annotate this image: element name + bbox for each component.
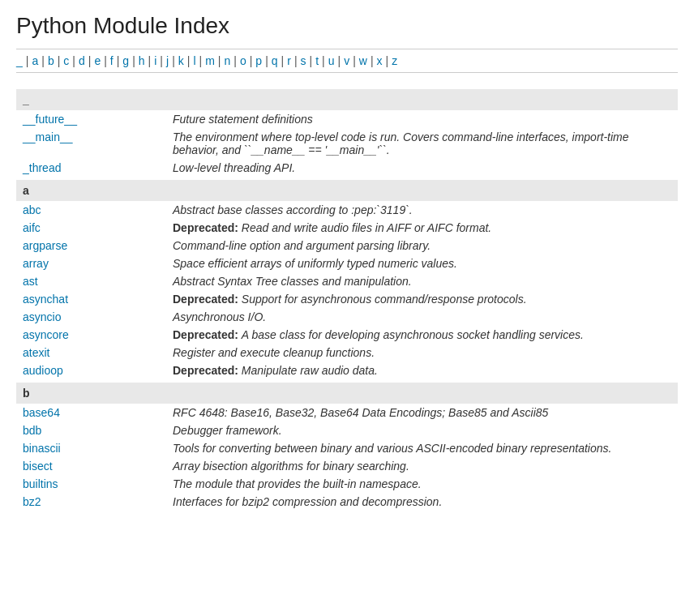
alphabet-link-s[interactable]: s [301,54,306,67]
module-desc-asyncore: Deprecated: A base class for developing … [166,326,678,344]
section-header-_: _ [16,89,678,110]
module-link-asynchat[interactable]: asynchat [23,293,68,306]
module-desc-asynchat: Deprecated: Support for asynchronous com… [166,290,678,308]
alphabet-link-c[interactable]: c [63,54,69,67]
module-link-argparse[interactable]: argparse [23,239,67,252]
alphabet-link-k[interactable]: k [178,54,184,67]
table-row: aifcDeprecated: Read and write audio fil… [16,219,678,237]
alphabet-link-o[interactable]: o [240,54,246,67]
module-desc-bdb: Debugger framework. [166,421,678,439]
alphabet-link-h[interactable]: h [139,54,145,67]
table-row: bz2Interfaces for bzip2 compression and … [16,493,678,511]
alphabet-link-a[interactable]: a [32,54,38,67]
module-link-builtins[interactable]: builtins [23,477,58,490]
table-row: asyncoreDeprecated: A base class for dev… [16,326,678,344]
alphabet-link-m[interactable]: m [205,54,215,67]
module-desc-aifc: Deprecated: Read and write audio files i… [166,219,678,237]
module-link-ast[interactable]: ast [23,275,38,288]
module-link-base64[interactable]: base64 [23,406,60,419]
module-link-asyncio[interactable]: asyncio [23,310,61,323]
alphabet-link-t[interactable]: t [315,54,319,67]
alphabet-link-x[interactable]: x [377,54,383,67]
table-row: bdbDebugger framework. [16,421,678,439]
module-link-__main__[interactable]: __main__ [23,130,73,143]
alphabet-link-r[interactable]: r [287,54,291,67]
alphabet-link-v[interactable]: v [344,54,349,67]
alphabet-link-j[interactable]: j [166,54,169,67]
module-desc-builtins: The module that provides the built-in na… [166,475,678,493]
module-desc-bisect: Array bisection algorithms for binary se… [166,457,678,475]
table-row: base64RFC 4648: Base16, Base32, Base64 D… [16,404,678,421]
module-link-bdb[interactable]: bdb [23,424,41,437]
table-row: audioopDeprecated: Manipulate raw audio … [16,361,678,379]
alphabet-link-w[interactable]: w [359,54,367,67]
module-link-array[interactable]: array [23,257,49,270]
alphabet-link-d[interactable]: d [79,54,85,67]
module-desc-argparse: Command-line option and argument parsing… [166,237,678,255]
section-header-a: a [16,180,678,201]
page-title: Python Module Index [16,13,678,39]
alphabet-link-u[interactable]: u [328,54,335,67]
table-row: abcAbstract base classes according to :p… [16,201,678,219]
module-desc-__main__: The environment where top-level code is … [166,128,678,159]
table-row: __future__Future statement definitions [16,110,678,128]
module-link-_thread[interactable]: _thread [23,161,61,174]
section-header-b: b [16,383,678,404]
alphabet-link-b[interactable]: b [48,54,54,67]
alphabet-link-i[interactable]: i [154,54,156,67]
module-link-audioop[interactable]: audioop [23,364,63,377]
module-link-bisect[interactable]: bisect [23,460,53,473]
module-link-__future__[interactable]: __future__ [23,113,77,126]
table-row: arraySpace efficient arrays of uniformly… [16,255,678,272]
alphabet-link-l[interactable]: l [193,54,195,67]
module-table: ___future__Future statement definitions_… [16,89,678,514]
alphabet-link-g[interactable]: g [122,54,129,67]
module-desc-audioop: Deprecated: Manipulate raw audio data. [166,361,678,379]
table-row: asyncioAsynchronous I/O. [16,308,678,326]
module-link-abc[interactable]: abc [23,203,41,216]
table-row: bisectArray bisection algorithms for bin… [16,457,678,475]
module-desc-ast: Abstract Syntax Tree classes and manipul… [166,272,678,290]
module-desc-bz2: Interfaces for bzip2 compression and dec… [166,493,678,511]
table-row: builtinsThe module that provides the bui… [16,475,678,493]
alphabet-link-f[interactable]: f [110,54,114,67]
alphabet-link-p[interactable]: p [255,54,262,67]
alphabet-link-e[interactable]: e [94,54,101,67]
table-row: binasciiTools for converting between bin… [16,439,678,457]
table-row: asynchatDeprecated: Support for asynchro… [16,290,678,308]
module-desc-atexit: Register and execute cleanup functions. [166,344,678,361]
module-link-binascii[interactable]: binascii [23,442,61,455]
table-row: _threadLow-level threading API. [16,159,678,177]
module-desc-__future__: Future statement definitions [166,110,678,128]
module-link-atexit[interactable]: atexit [23,346,49,359]
module-desc-_thread: Low-level threading API. [166,159,678,177]
alphabet-bar: _|a|b|c|d|e|f|g|h|i|j|k|l|m|n|o|p|q|r|s|… [16,49,678,73]
table-row: argparseCommand-line option and argument… [16,237,678,255]
module-desc-array: Space efficient arrays of uniformly type… [166,255,678,272]
module-desc-base64: RFC 4648: Base16, Base32, Base64 Data En… [166,404,678,421]
module-link-asyncore[interactable]: asyncore [23,328,69,341]
table-row: __main__The environment where top-level … [16,128,678,159]
module-desc-binascii: Tools for converting between binary and … [166,439,678,457]
module-desc-abc: Abstract base classes according to :pep:… [166,201,678,219]
module-link-aifc[interactable]: aifc [23,221,41,234]
table-row: astAbstract Syntax Tree classes and mani… [16,272,678,290]
alphabet-link-n[interactable]: n [224,54,230,67]
module-desc-asyncio: Asynchronous I/O. [166,308,678,326]
table-row: atexitRegister and execute cleanup funct… [16,344,678,361]
alphabet-link-q[interactable]: q [272,54,278,67]
module-link-bz2[interactable]: bz2 [23,495,41,508]
alphabet-link-z[interactable]: z [392,54,397,67]
alphabet-link-_[interactable]: _ [16,54,23,67]
